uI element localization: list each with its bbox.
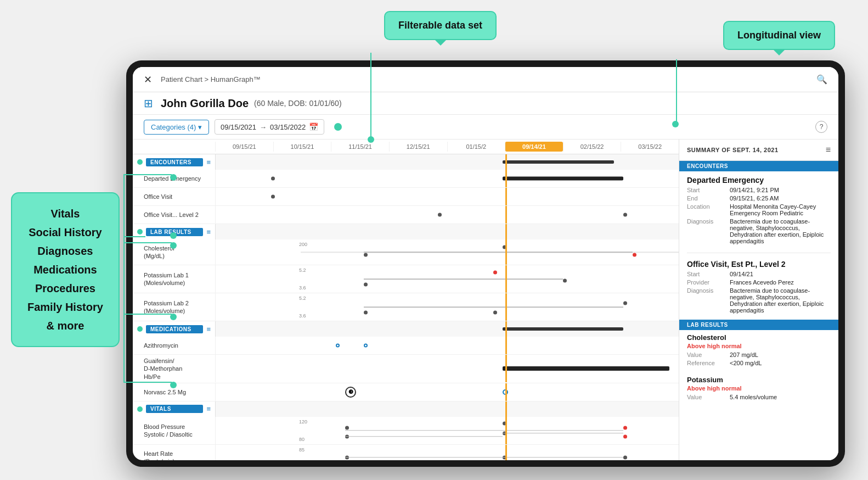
rp-value-diagnosis-2: Bacteremia due to coagulase-negative, St… — [730, 287, 831, 314]
help-button[interactable]: ? — [815, 121, 827, 133]
rp-lab-status-potassium: Above high normal — [679, 385, 838, 394]
timeline-office-visit-level2 — [215, 206, 679, 224]
date-col-3: 11/15/21 — [331, 142, 389, 152]
close-button[interactable]: ✕ — [144, 74, 152, 86]
section-row-lab: LAB RESULTS ≡ — [133, 224, 679, 239]
rp-detail-departed: Start 09/14/21, 9:21 PM End 09/15/21, 6:… — [679, 187, 838, 250]
section-badge-meds: MEDICATIONS — [146, 325, 203, 333]
rp-label-diagnosis-1: Diagnosis — [687, 218, 726, 244]
connector-line-filterable — [370, 53, 371, 138]
connector-dot-vitals — [170, 382, 177, 388]
category-vitals: Vitals — [27, 204, 103, 223]
search-icon[interactable]: 🔍 — [816, 74, 827, 85]
row-azithromycin: Azithromycin — [133, 337, 679, 355]
label-potassium-1: Potassium Lab 1(Moles/volume) — [133, 269, 215, 289]
section-timeline-meds — [215, 321, 679, 337]
rp-row-start-2: Start 09/14/21 — [687, 271, 831, 277]
timeline-office-visit — [215, 188, 679, 205]
connector-line-encounters-h — [123, 174, 172, 175]
rp-lab-title-potassium: Potassium — [679, 372, 838, 385]
rp-row-chol-ref: Reference <200 mg/dL — [687, 360, 831, 366]
tooltip-longitudinal-text: Longitudinal view — [737, 30, 821, 41]
rp-row-location: Location Hospital Menonita Cayey-Cayey E… — [687, 203, 831, 216]
main-content: 09/15/21 10/15/21 11/15/21 12/15/21 01/1… — [133, 139, 838, 460]
row-guaifensin: Guaifensin/D-MethorphanHb/Pe — [133, 355, 679, 383]
rp-encounter-title-1: Departed Emergency — [679, 171, 838, 187]
filter-icon-encounters[interactable]: ≡ — [206, 158, 211, 166]
row-office-visit-level2: Office Visit... Level 2 — [133, 206, 679, 224]
row-potassium-2: Potassium Lab 2(Moles/volume) 5.2 3.6 — [133, 293, 679, 321]
filter-icon-meds[interactable]: ≡ — [206, 325, 211, 333]
section-timeline-lab — [215, 224, 679, 239]
patient-name: John Gorilla Doe — [161, 97, 249, 110]
date-col-1: 09/15/21 — [215, 142, 273, 152]
category-family-history: Family History — [27, 298, 103, 316]
rp-value-chol-value: 207 mg/dL — [730, 351, 831, 358]
connector-line-meds-h — [123, 314, 172, 315]
connector-dot-longitudinal — [672, 121, 679, 127]
label-office-visit: Office Visit — [133, 191, 215, 203]
row-office-visit: Office Visit — [133, 188, 679, 206]
category-more: & more — [27, 316, 103, 335]
date-col-2: 10/15/21 — [273, 142, 331, 152]
row-heart-rate: Heart Rate(Beats/min) 85 — [133, 445, 679, 460]
timeline-body: ENCOUNTERS ≡ Departed Emergency — [133, 154, 679, 460]
section-timeline-vitals — [215, 401, 679, 417]
connector-line-vertical-left — [123, 174, 125, 383]
date-arrow: → — [260, 123, 267, 131]
rp-label-pot-value: Value — [687, 394, 726, 400]
summary-date: SUMMARY OF SEPT. 14, 2021 — [687, 147, 779, 153]
connector-line-left-box — [123, 236, 145, 237]
date-range[interactable]: 09/15/2021 → 03/15/2022 📅 — [215, 119, 324, 135]
date-col-4: 12/15/21 — [389, 142, 447, 152]
rp-detail-cholesterol: Value 207 mg/dL Reference <200 mg/dL — [679, 351, 838, 372]
connector-line-vitals-h — [123, 382, 172, 383]
section-row-vitals: VITALS ≡ — [133, 401, 679, 417]
patient-info-row: ⊞ John Gorilla Doe (60 Male, DOB: 01/01/… — [133, 92, 838, 115]
calendar-icon: 📅 — [309, 122, 318, 131]
timeline-blood-pressure: 120 80 — [215, 417, 679, 444]
connector-dot-left — [170, 232, 177, 239]
rp-label-provider: Provider — [687, 279, 726, 286]
rp-value-end: 09/15/21, 6:25 AM — [730, 195, 831, 202]
section-timeline-encounters — [215, 154, 679, 170]
rp-label-chol-value: Value — [687, 351, 726, 358]
section-badge-encounters: ENCOUNTERS — [146, 158, 203, 166]
timeline-potassium-2: 5.2 3.6 — [215, 293, 679, 321]
rp-label-location: Location — [687, 203, 726, 216]
filter-icon-lab[interactable]: ≡ — [206, 228, 211, 236]
rp-lab-status-cholesterol: Above high normal — [679, 343, 838, 351]
row-cholesterol: Cholesterol(Mg/dL) 200 — [133, 239, 679, 265]
list-view-icon[interactable]: ≡ — [826, 145, 831, 155]
category-diagnoses: Diagnoses — [27, 242, 103, 260]
connector-dot-lab — [170, 242, 177, 249]
timeline-cholesterol: 200 — [215, 239, 679, 265]
section-dot-vitals — [137, 406, 143, 412]
breadcrumb: Patient Chart > HumanGraph™ — [161, 75, 816, 83]
chart-icon: ⊞ — [144, 97, 153, 110]
device-screen: ✕ Patient Chart > HumanGraph™ 🔍 ⊞ John G… — [133, 67, 838, 460]
label-heart-rate: Heart Rate(Beats/min) — [133, 448, 215, 460]
filter-icon-vitals[interactable]: ≡ — [206, 405, 211, 413]
date-columns: 09/15/21 10/15/21 11/15/21 12/15/21 01/1… — [215, 142, 679, 152]
rp-row-diagnosis-2: Diagnosis Bacteremia due to coagulase-ne… — [687, 287, 831, 314]
section-label-vitals: VITALS ≡ — [133, 403, 215, 415]
label-guaifensin: Guaifensin/D-MethorphanHb/Pe — [133, 355, 215, 383]
right-panel-header: SUMMARY OF SEPT. 14, 2021 ≡ — [679, 139, 838, 161]
categories-button[interactable]: Categories (4) ▾ — [144, 120, 209, 135]
rp-label-chol-ref: Reference — [687, 360, 726, 366]
date-col-7: 02/15/22 — [563, 142, 621, 152]
category-medications: Medications — [27, 260, 103, 279]
section-dot-meds — [137, 326, 143, 332]
tooltip-filterable-text: Filterable data set — [398, 20, 482, 31]
date-col-5: 01/15/2 — [447, 142, 505, 152]
rp-value-start-2: 09/14/21 — [730, 271, 831, 277]
tooltip-longitudinal: Longitudinal view — [723, 21, 835, 50]
connector-dot-encounters — [170, 174, 177, 181]
timeline-heart-rate: 85 — [215, 445, 679, 460]
connector-dot-meds — [170, 314, 177, 320]
row-potassium-1: Potassium Lab 1(Moles/volume) 5.2 3.6 — [133, 265, 679, 293]
section-dot-encounters — [137, 159, 143, 165]
rp-row-start: Start 09/14/21, 9:21 PM — [687, 187, 831, 193]
right-panel: SUMMARY OF SEPT. 14, 2021 ≡ ENCOUNTERS D… — [679, 139, 838, 460]
